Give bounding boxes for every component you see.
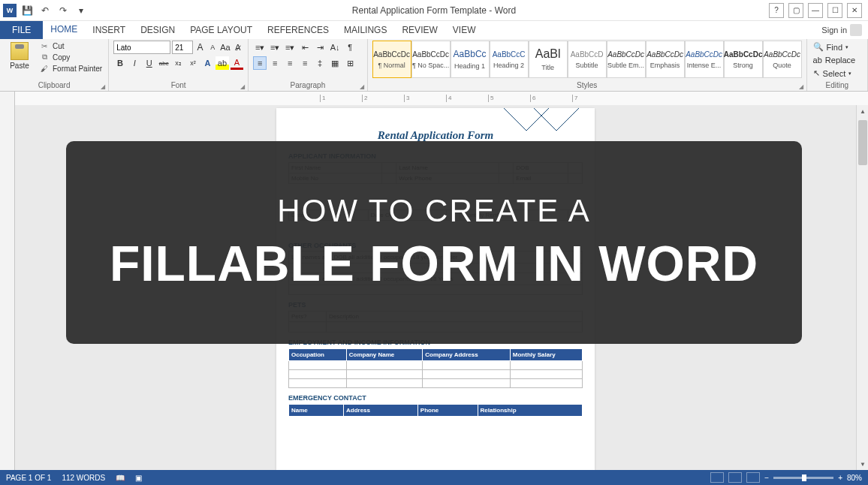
print-layout-button[interactable] — [728, 472, 742, 483]
copy-icon: ⧉ — [39, 53, 50, 62]
cut-button[interactable]: ✂Cut — [38, 41, 104, 51]
shading-button[interactable]: ▦ — [328, 56, 342, 70]
status-bar: PAGE 1 OF 1 112 WORDS 📖 ▣ − + 80% — [0, 470, 868, 485]
clipboard-launcher[interactable]: ◢ — [101, 83, 105, 90]
tab-mailings[interactable]: MAILINGS — [336, 21, 394, 39]
style-item-strong[interactable]: AaBbCcDcStrong — [724, 41, 763, 78]
bullets-button[interactable]: ≡▾ — [253, 41, 267, 54]
text-effects-button[interactable]: A — [201, 56, 214, 70]
help-button[interactable]: ? — [769, 3, 784, 18]
close-button[interactable]: ✕ — [847, 3, 862, 18]
style-item-heading-1[interactable]: AaBbCcHeading 1 — [451, 41, 490, 78]
minimize-button[interactable]: — — [808, 3, 823, 18]
align-right-button[interactable]: ≡ — [283, 56, 297, 70]
qat-customize-button[interactable]: ▾ — [74, 3, 89, 18]
decrease-indent-button[interactable]: ⇤ — [298, 41, 312, 54]
multilevel-button[interactable]: ≡▾ — [283, 41, 297, 54]
style-item-emphasis[interactable]: AaBbCcDcEmphasis — [646, 41, 685, 78]
select-button[interactable]: ↖Select ▾ — [812, 67, 863, 80]
tab-review[interactable]: REVIEW — [394, 21, 445, 39]
macro-icon[interactable]: ▣ — [135, 474, 142, 482]
scissors-icon: ✂ — [39, 41, 50, 50]
style-item-heading-2[interactable]: AaBbCcCHeading 2 — [490, 41, 529, 78]
scroll-up-button[interactable]: ▲ — [857, 105, 868, 117]
style-item-quote[interactable]: AaBbCcDcQuote — [763, 41, 802, 78]
line-spacing-button[interactable]: ‡ — [313, 56, 327, 70]
subscript-button[interactable]: x₂ — [172, 56, 185, 70]
grow-font-button[interactable]: A — [194, 41, 206, 54]
font-size-input[interactable] — [172, 41, 193, 54]
tab-design[interactable]: DESIGN — [133, 21, 182, 39]
tab-references[interactable]: REFERENCES — [260, 21, 336, 39]
maximize-button[interactable]: ☐ — [827, 3, 842, 18]
tab-home[interactable]: HOME — [43, 21, 85, 39]
clear-formatting-button[interactable]: A̷ — [232, 41, 243, 54]
font-group: A A Aa A̷ B I U abc x₂ x² A ab A Font◢ — [109, 39, 249, 91]
emergency-table: NameAddressPhoneRelationship — [288, 404, 583, 417]
italic-button[interactable]: I — [128, 56, 141, 70]
borders-button[interactable]: ⊞ — [343, 56, 357, 70]
spell-check-icon[interactable]: 📖 — [116, 474, 125, 482]
style-item--normal[interactable]: AaBbCcDc¶ Normal — [372, 41, 411, 78]
scroll-thumb[interactable] — [858, 120, 867, 165]
tab-file[interactable]: FILE — [0, 21, 43, 39]
show-marks-button[interactable]: ¶ — [343, 41, 357, 54]
highlight-button[interactable]: ab — [215, 56, 228, 70]
superscript-button[interactable]: x² — [186, 56, 199, 70]
section-emergency: EMERGENCY CONTACT — [288, 394, 583, 402]
copy-button[interactable]: ⧉Copy — [38, 52, 104, 62]
zoom-level[interactable]: 80% — [847, 474, 862, 482]
vertical-scrollbar[interactable]: ▲ ▼ — [856, 105, 868, 470]
editing-group: 🔍Find ▾ abReplace ↖Select ▾ Editing — [807, 39, 868, 91]
sign-in-link[interactable]: Sign in — [815, 21, 868, 39]
web-layout-button[interactable] — [746, 472, 760, 483]
ribbon-display-button[interactable]: ▢ — [788, 3, 803, 18]
numbering-button[interactable]: ≡▾ — [268, 41, 282, 54]
tab-page-layout[interactable]: PAGE LAYOUT — [182, 21, 260, 39]
clipboard-group-label: Clipboard◢ — [5, 81, 104, 91]
increase-indent-button[interactable]: ⇥ — [313, 41, 327, 54]
sort-button[interactable]: A↓ — [328, 41, 342, 54]
styles-gallery[interactable]: AaBbCcDc¶ NormalAaBbCcDc¶ No Spac...AaBb… — [372, 41, 802, 78]
font-name-input[interactable] — [113, 41, 170, 54]
shrink-font-button[interactable]: A — [207, 41, 219, 54]
word-count[interactable]: 112 WORDS — [62, 474, 105, 482]
read-mode-button[interactable] — [710, 472, 724, 483]
font-color-button[interactable]: A — [231, 56, 243, 70]
style-item-subtle-em-[interactable]: AaBbCcDcSubtle Em... — [607, 41, 646, 78]
scroll-down-button[interactable]: ▼ — [857, 458, 868, 470]
strikethrough-button[interactable]: abc — [157, 56, 170, 70]
save-button[interactable]: 💾 — [20, 3, 35, 18]
tab-insert[interactable]: INSERT — [85, 21, 133, 39]
tab-view[interactable]: VIEW — [445, 21, 484, 39]
redo-button[interactable]: ↷ — [56, 3, 71, 18]
paragraph-launcher[interactable]: ◢ — [360, 83, 364, 90]
underline-button[interactable]: U — [143, 56, 155, 70]
format-painter-label: Format Painter — [53, 65, 102, 73]
change-case-button[interactable]: Aa — [220, 41, 231, 54]
styles-launcher[interactable]: ◢ — [799, 83, 803, 90]
format-painter-button[interactable]: 🖌Format Painter — [38, 63, 104, 74]
align-center-button[interactable]: ≡ — [268, 56, 282, 70]
justify-button[interactable]: ≡ — [298, 56, 312, 70]
page-count[interactable]: PAGE 1 OF 1 — [6, 474, 51, 482]
zoom-out-button[interactable]: − — [764, 474, 769, 482]
undo-button[interactable]: ↶ — [38, 3, 53, 18]
align-left-button[interactable]: ≡ — [253, 56, 267, 70]
style-item-title[interactable]: AaBlTitle — [529, 41, 568, 78]
find-button[interactable]: 🔍Find ▾ — [812, 41, 863, 53]
paste-button[interactable]: Paste — [5, 41, 35, 81]
zoom-slider[interactable] — [773, 477, 833, 479]
style-item--no-spac-[interactable]: AaBbCcDc¶ No Spac... — [411, 41, 451, 78]
vertical-ruler[interactable] — [0, 105, 15, 470]
horizontal-ruler[interactable]: 1234567 — [15, 92, 868, 105]
page-decoration-icon — [500, 108, 583, 138]
replace-button[interactable]: abReplace — [812, 54, 863, 66]
style-item-intense-e-[interactable]: AaBbCcDcIntense E... — [685, 41, 724, 78]
font-launcher[interactable]: ◢ — [240, 83, 245, 90]
zoom-thumb[interactable] — [802, 474, 806, 481]
zoom-in-button[interactable]: + — [838, 474, 842, 482]
bold-button[interactable]: B — [113, 56, 126, 70]
paste-icon — [11, 42, 29, 60]
style-item-subtitle[interactable]: AaBbCcDSubtitle — [568, 41, 607, 78]
